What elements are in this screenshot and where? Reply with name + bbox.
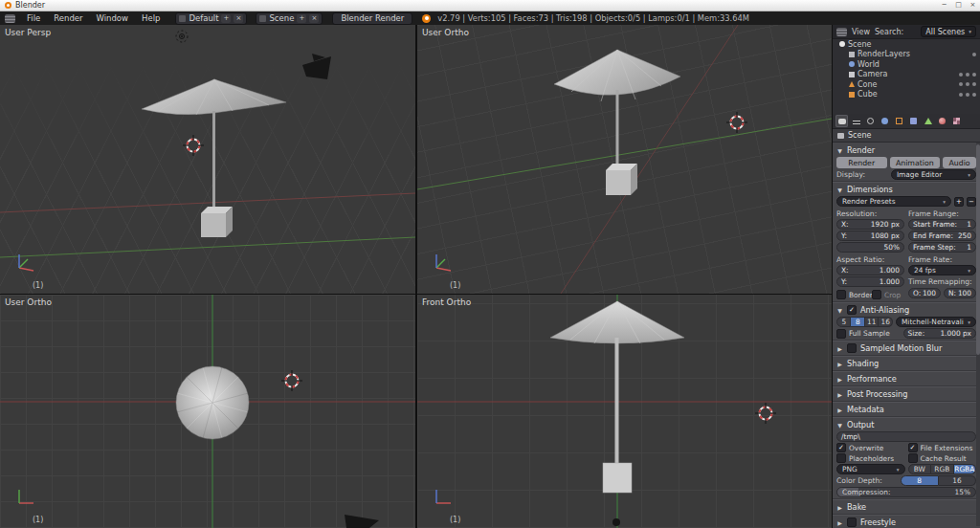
render-presets-dropdown[interactable]: Render Presets ▾ (836, 196, 951, 207)
rgba-button[interactable]: RGBA (954, 464, 976, 474)
collapse-icon[interactable]: ▶ (836, 345, 843, 352)
overwrite-checkbox[interactable]: ✓ Overwrite (836, 443, 905, 452)
collapse-icon[interactable]: ▶ (836, 361, 843, 367)
viewport-front-ortho[interactable]: Front Ortho (1) (417, 295, 832, 528)
tab-render[interactable] (835, 115, 848, 127)
file-extensions-checkbox[interactable]: ✓ File Extensions (908, 443, 977, 452)
tab-object[interactable] (893, 115, 905, 127)
samples-5-button[interactable]: 5 (836, 317, 851, 327)
tab-data[interactable] (922, 115, 934, 127)
checkbox[interactable] (836, 453, 846, 463)
3d-cursor[interactable] (755, 403, 776, 424)
section-performance[interactable]: ▶ Performance (836, 373, 976, 385)
tab-render-layers[interactable] (850, 115, 862, 127)
tab-world[interactable] (879, 115, 891, 127)
section-output[interactable]: ▼ Output (836, 419, 976, 430)
section-anti-aliasing[interactable]: ▼ ✓ Anti-Aliasing (836, 304, 976, 316)
outliner-item-camera[interactable]: Camera (833, 70, 980, 80)
restriction-toggles[interactable] (972, 53, 976, 56)
end-frame-field[interactable]: End Frame: 250 (908, 231, 976, 241)
border-checkbox[interactable]: Border (836, 290, 869, 299)
menu-file[interactable]: File (20, 13, 47, 23)
outliner-editor-icon[interactable] (836, 28, 847, 36)
outliner-search-menu[interactable]: Search: (875, 28, 903, 36)
3d-cursor[interactable] (726, 112, 747, 133)
umbrella-object-top-view[interactable] (176, 366, 249, 439)
motion-blur-checkbox[interactable] (847, 343, 857, 353)
aspect-y-field[interactable]: Y: 1.000 (836, 276, 904, 287)
render-engine-selector[interactable]: Blender Render (332, 12, 412, 25)
checkbox[interactable] (836, 290, 846, 299)
collapse-icon[interactable]: ▶ (836, 519, 843, 526)
checkbox[interactable] (872, 290, 881, 299)
lamp-object[interactable] (176, 31, 188, 42)
compression-slider[interactable]: Compression: 15% (836, 487, 976, 497)
delete-scene-button[interactable]: × (309, 14, 319, 23)
checkbox[interactable]: ✓ (908, 443, 918, 452)
scene-selector[interactable]: Scene + × (256, 12, 323, 25)
outliner-filter-dropdown[interactable]: All Scenes ▾ (921, 26, 976, 37)
render-button[interactable]: Render (836, 157, 887, 168)
animation-button[interactable]: Animation (890, 157, 941, 168)
editor-type-icon[interactable] (5, 14, 15, 23)
outliner-item-world[interactable]: World (833, 59, 980, 70)
output-path-field[interactable]: /tmp\ (836, 431, 976, 442)
file-format-dropdown[interactable]: PNG ▾ (836, 464, 905, 474)
maximize-button[interactable]: □ (951, 0, 966, 11)
umbrella-object[interactable] (554, 50, 680, 195)
remap-new-field[interactable]: N: 100 (944, 288, 976, 298)
viewport-user-ortho-top[interactable]: User Ortho (1) (417, 25, 832, 294)
samples-16-button[interactable]: 16 (879, 317, 892, 327)
outliner-view-menu[interactable]: View (852, 28, 870, 36)
section-sampled-motion-blur[interactable]: ▶ Sampled Motion Blur (836, 342, 976, 354)
preset-add-button[interactable]: + (954, 197, 964, 207)
umbrella-object[interactable] (142, 79, 286, 237)
fps-dropdown[interactable]: 24 fps ▾ (908, 265, 976, 275)
3d-cursor[interactable] (183, 135, 204, 156)
section-metadata[interactable]: ▶ Metadata (836, 404, 976, 415)
depth-16-button[interactable]: 16 (939, 475, 976, 486)
section-post-processing[interactable]: ▶ Post Processing (836, 388, 976, 400)
display-dropdown[interactable]: Image Editor ▾ (891, 169, 976, 180)
properties-scrollbar[interactable] (976, 143, 980, 526)
add-scene-button[interactable]: + (297, 14, 306, 23)
lamp-object[interactable] (612, 518, 620, 526)
outliner-item-cube[interactable]: Cube (833, 90, 980, 100)
checkbox[interactable] (908, 453, 918, 463)
checkbox[interactable] (836, 329, 846, 339)
restriction-toggles[interactable] (959, 73, 976, 77)
samples-8-button[interactable]: 8 (851, 317, 864, 327)
crop-checkbox[interactable]: Crop (872, 290, 904, 299)
checkbox[interactable]: ✓ (836, 443, 846, 452)
section-dimensions[interactable]: ▼ Dimensions (836, 184, 976, 195)
layout-name[interactable]: Default (189, 13, 218, 23)
outliner-item-renderlayers[interactable]: RenderLayers (833, 50, 980, 60)
collapse-icon[interactable]: ▶ (836, 376, 843, 383)
bw-button[interactable]: BW (908, 464, 931, 474)
minimize-button[interactable]: ─ (937, 0, 951, 11)
screen-layout-selector[interactable]: Default + × (175, 12, 247, 25)
restriction-toggles[interactable] (959, 82, 976, 86)
expand-icon[interactable]: ▼ (836, 187, 843, 193)
start-frame-field[interactable]: Start Frame: 1 (908, 219, 976, 230)
close-button[interactable]: × (966, 0, 980, 11)
scene-name[interactable]: Scene (269, 13, 294, 23)
tab-texture[interactable] (950, 115, 963, 127)
expand-icon[interactable]: ▼ (836, 422, 843, 429)
resolution-y-field[interactable]: Y: 1080 px (836, 231, 904, 241)
restriction-toggles[interactable] (959, 93, 976, 97)
samples-11-button[interactable]: 11 (865, 317, 879, 327)
delete-layout-button[interactable]: × (234, 14, 243, 23)
collapse-icon[interactable]: ▶ (836, 407, 843, 413)
viewport-user-ortho-bottom[interactable]: User Ortho (1) (0, 295, 415, 528)
expand-icon[interactable]: ▼ (836, 307, 843, 314)
section-shading[interactable]: ▶ Shading (836, 358, 976, 369)
tab-modifiers[interactable] (907, 115, 920, 127)
menu-help[interactable]: Help (135, 13, 167, 23)
anti-aliasing-checkbox[interactable]: ✓ (847, 305, 857, 315)
remap-old-field[interactable]: O: 100 (908, 288, 941, 298)
tab-material[interactable] (936, 115, 948, 127)
preset-remove-button[interactable]: − (967, 197, 976, 207)
full-sample-checkbox[interactable]: Full Sample (836, 329, 901, 339)
collapse-icon[interactable]: ▶ (836, 504, 843, 511)
